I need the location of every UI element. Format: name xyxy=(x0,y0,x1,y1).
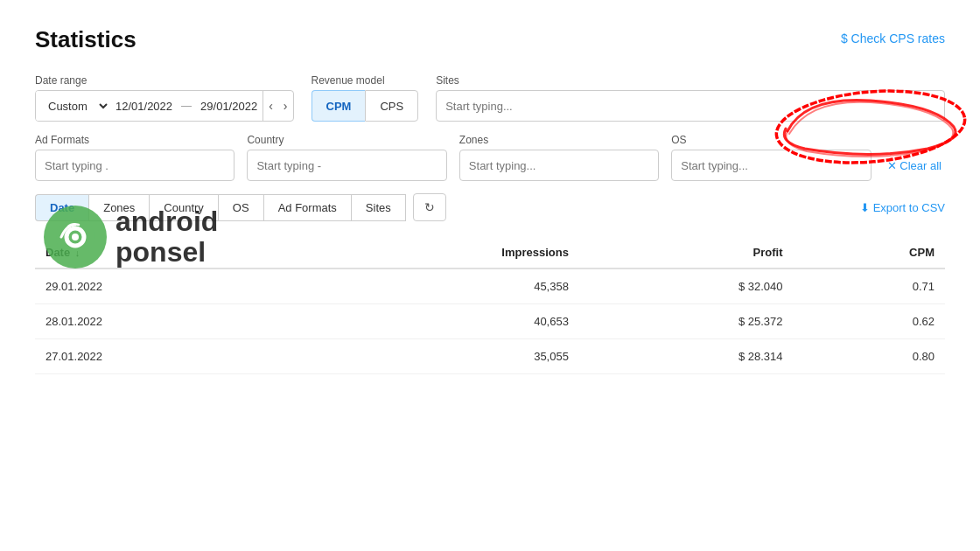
revenue-model-label: Revenue model xyxy=(312,74,419,87)
cell-date: 29.01.2022 xyxy=(35,269,290,304)
group-by-tabs: Date Zones Country OS Ad Formats Sites xyxy=(35,194,406,221)
date-to-value: 29/01/2022 xyxy=(195,100,262,113)
date-from-value: 12/01/2022 xyxy=(110,100,178,113)
table-header-row: Date ↓ Impressions Profit CPM xyxy=(35,237,945,269)
table-row: 29.01.2022 45,358 $ 32.040 0.71 xyxy=(35,269,945,304)
refresh-button[interactable]: ↻ xyxy=(413,193,446,221)
export-csv-button[interactable]: ⬇ Export to CSV xyxy=(860,201,945,214)
table-row: 27.01.2022 35,055 $ 28.314 0.80 xyxy=(35,339,945,374)
tab-country[interactable]: Country xyxy=(149,194,218,221)
page-header: Statistics $ Check CPS rates xyxy=(35,26,945,53)
tab-zones[interactable]: Zones xyxy=(88,194,149,221)
revenue-model-group: Revenue model CPM CPS xyxy=(312,74,419,122)
cell-cpm: 0.71 xyxy=(794,269,945,304)
data-table: Date ↓ Impressions Profit CPM 29.01.2022… xyxy=(35,237,945,374)
zones-input[interactable] xyxy=(459,150,659,181)
cell-date: 27.01.2022 xyxy=(35,339,290,374)
date-range-wrapper: Custom 12/01/2022 — 29/01/2022 ‹ › xyxy=(35,90,294,122)
tab-ad-formats[interactable]: Ad Formats xyxy=(263,194,351,221)
zones-group: Zones xyxy=(459,134,659,181)
os-label: OS xyxy=(671,134,871,146)
ad-formats-label: Ad Formats xyxy=(35,134,234,146)
filters-section: Date range Custom 12/01/2022 — 29/01/202… xyxy=(35,74,945,181)
filter-row-1: Date range Custom 12/01/2022 — 29/01/202… xyxy=(35,74,945,122)
cell-cpm: 0.62 xyxy=(794,304,945,339)
date-next-button[interactable]: › xyxy=(278,91,293,121)
filter-row-2: Ad Formats Country Zones OS ✕ Clear all xyxy=(35,134,945,181)
check-cps-link[interactable]: $ Check CPS rates xyxy=(841,31,945,45)
col-impressions: Impressions xyxy=(290,237,579,269)
cell-impressions: 45,358 xyxy=(290,269,579,304)
table-row: 28.01.2022 40,653 $ 25.372 0.62 xyxy=(35,304,945,339)
tab-sites[interactable]: Sites xyxy=(351,194,406,221)
country-input[interactable] xyxy=(247,150,446,181)
group-by-row: Date Zones Country OS Ad Formats Sites ↻… xyxy=(35,193,945,221)
revenue-model-buttons: CPM CPS xyxy=(312,90,419,122)
group-by-controls: Date Zones Country OS Ad Formats Sites ↻ xyxy=(35,193,446,221)
os-input[interactable] xyxy=(671,150,871,181)
zones-label: Zones xyxy=(459,134,659,146)
page-title: Statistics xyxy=(35,26,136,53)
clear-all-button[interactable]: ✕ Clear all xyxy=(884,150,945,181)
sites-label: Sites xyxy=(436,74,945,87)
date-range-label: Date range xyxy=(35,74,294,87)
date-range-group: Date range Custom 12/01/2022 — 29/01/202… xyxy=(35,74,294,122)
col-cpm: CPM xyxy=(794,237,945,269)
sites-input[interactable] xyxy=(436,90,945,122)
sort-icon-date: ↓ xyxy=(75,248,80,258)
statistics-page: androidponsel Statistics $ Check CPS rat… xyxy=(0,0,980,551)
revenue-cpm-button[interactable]: CPM xyxy=(312,90,366,122)
cell-date: 28.01.2022 xyxy=(35,304,290,339)
cell-profit: $ 25.372 xyxy=(579,304,794,339)
col-date: Date ↓ xyxy=(35,237,290,269)
col-date-label: Date xyxy=(46,246,70,259)
tab-os[interactable]: OS xyxy=(218,194,263,221)
cell-profit: $ 32.040 xyxy=(579,269,794,304)
country-label: Country xyxy=(247,134,446,146)
col-profit: Profit xyxy=(579,237,794,269)
sites-group: Sites xyxy=(436,74,945,122)
tab-date[interactable]: Date xyxy=(35,194,88,221)
ad-formats-group: Ad Formats xyxy=(35,134,234,181)
table-header: Date ↓ Impressions Profit CPM xyxy=(35,237,945,269)
date-prev-button[interactable]: ‹ xyxy=(263,91,278,121)
country-group: Country xyxy=(247,134,446,181)
ad-formats-input[interactable] xyxy=(35,150,234,181)
date-nav: ‹ › xyxy=(262,91,292,121)
os-group: OS xyxy=(671,134,871,181)
cell-impressions: 35,055 xyxy=(290,339,579,374)
date-range-select[interactable]: Custom xyxy=(36,91,110,121)
cell-cpm: 0.80 xyxy=(794,339,945,374)
revenue-cps-button[interactable]: CPS xyxy=(365,90,418,122)
date-range-separator: — xyxy=(178,100,195,112)
table-body: 29.01.2022 45,358 $ 32.040 0.71 28.01.20… xyxy=(35,269,945,374)
cell-profit: $ 28.314 xyxy=(579,339,794,374)
cell-impressions: 40,653 xyxy=(290,304,579,339)
